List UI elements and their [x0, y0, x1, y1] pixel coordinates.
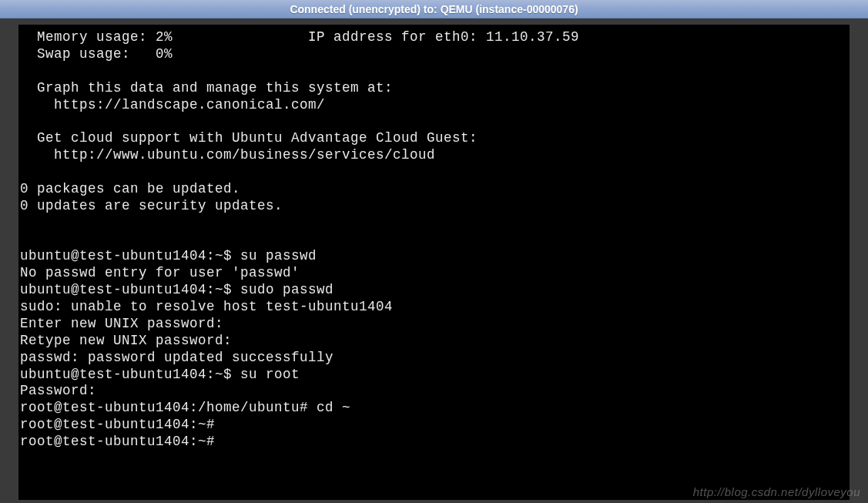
- terminal-line: root@test-ubuntu1404:~#: [20, 417, 850, 434]
- terminal-line: No passwd entry for user 'passwd': [20, 265, 850, 282]
- terminal-line: root@test-ubuntu1404:~#: [20, 434, 850, 451]
- terminal-line: Get cloud support with Ubuntu Advantage …: [20, 130, 850, 147]
- terminal-line: Swap usage: 0%: [20, 46, 850, 63]
- vnc-titlebar: Connected (unencrypted) to: QEMU (instan…: [0, 0, 868, 18]
- terminal-output[interactable]: Memory usage: 2% IP address for eth0: 11…: [18, 25, 850, 500]
- terminal-line: Memory usage: 2% IP address for eth0: 11…: [20, 29, 850, 46]
- terminal-line: https://landscape.canonical.com/: [20, 97, 850, 114]
- terminal-line: 0 updates are security updates.: [20, 198, 850, 215]
- terminal-line: Retype new UNIX password:: [20, 333, 850, 350]
- terminal-line: [20, 63, 850, 80]
- terminal-line: ubuntu@test-ubuntu1404:~$ su root: [20, 367, 850, 384]
- terminal-line: sudo: unable to resolve host test-ubuntu…: [20, 299, 850, 316]
- terminal-line: Enter new UNIX password:: [20, 316, 850, 333]
- titlebar-text: Connected (unencrypted) to: QEMU (instan…: [290, 3, 578, 15]
- terminal-line: ubuntu@test-ubuntu1404:~$ sudo passwd: [20, 282, 850, 299]
- terminal-wrapper: Memory usage: 2% IP address for eth0: 11…: [0, 18, 868, 503]
- terminal-line: http://www.ubuntu.com/business/services/…: [20, 147, 850, 164]
- terminal-line: [20, 215, 850, 232]
- terminal-line: [20, 113, 850, 130]
- terminal-line: 0 packages can be updated.: [20, 181, 850, 198]
- terminal-line: root@test-ubuntu1404:/home/ubuntu# cd ~: [20, 400, 850, 417]
- terminal-line: [20, 164, 850, 181]
- terminal-line: [20, 232, 850, 249]
- terminal-line: Password:: [20, 383, 850, 400]
- terminal-line: Graph this data and manage this system a…: [20, 80, 850, 97]
- terminal-line: passwd: password updated successfully: [20, 350, 850, 367]
- terminal-line: ubuntu@test-ubuntu1404:~$ su passwd: [20, 248, 850, 265]
